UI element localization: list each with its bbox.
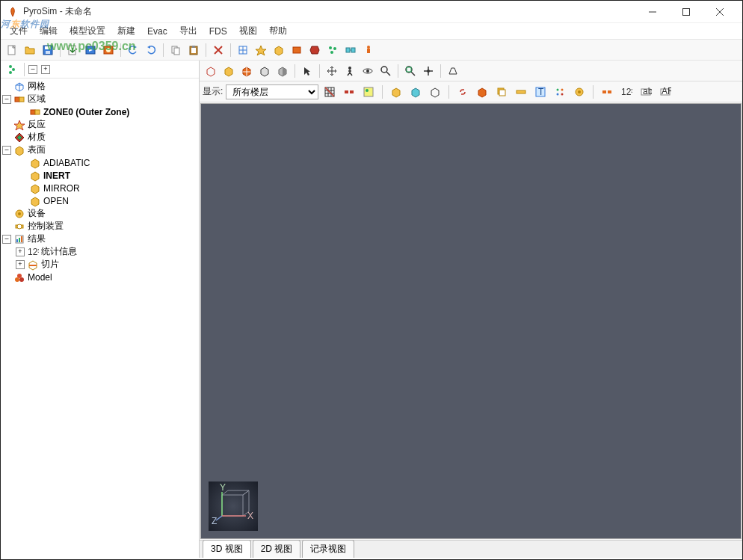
toggle-labels-icon[interactable]: ab	[638, 84, 654, 100]
tree-material[interactable]: 材质	[2, 131, 197, 144]
show-obstructions-icon[interactable]	[388, 84, 404, 100]
save-icon[interactable]	[40, 42, 56, 58]
axis-indicator[interactable]: X Y Z	[209, 481, 258, 531]
new-file-icon[interactable]	[4, 42, 20, 58]
menu-edit[interactable]: 编辑	[34, 23, 64, 39]
open-file-icon[interactable]	[22, 42, 38, 58]
menu-export[interactable]: 导出	[173, 23, 203, 39]
copy-icon[interactable]	[167, 42, 184, 58]
select-tool-icon[interactable]	[299, 63, 315, 79]
devices-display-icon[interactable]	[571, 84, 588, 100]
pan-tool-icon[interactable]	[324, 63, 340, 79]
svg-rect-81	[517, 90, 525, 93]
tree-stats[interactable]: +12³统计信息	[2, 245, 197, 258]
tree-surf-adiabatic[interactable]: ADIABATIC	[2, 156, 197, 169]
tree-reaction[interactable]: 反应	[2, 118, 197, 131]
zoom-tool-icon[interactable]	[377, 63, 394, 79]
collapse-icon[interactable]: –	[2, 235, 11, 244]
surface-tool-icon[interactable]	[271, 42, 287, 58]
view-outline-icon[interactable]	[256, 63, 273, 79]
svg-rect-7	[46, 51, 50, 54]
paste-icon[interactable]	[185, 42, 202, 58]
filter-icon[interactable]	[4, 61, 20, 78]
tree-model[interactable]: Model	[2, 271, 197, 283]
tree-surface[interactable]: –表面	[2, 144, 197, 156]
tree-control[interactable]: 控制装置	[2, 220, 197, 233]
menu-new[interactable]: 新建	[111, 23, 141, 39]
separator	[295, 64, 295, 78]
tab-record-view[interactable]: 记录视图	[302, 540, 354, 558]
grid-toggle-icon[interactable]	[321, 84, 338, 100]
view-tabs: 3D 视图 2D 视图 记录视图	[200, 540, 742, 558]
ar-toggle-icon[interactable]: AR	[657, 84, 673, 100]
menu-view[interactable]: 视图	[233, 23, 263, 39]
tab-2d-view[interactable]: 2D 视图	[253, 540, 301, 558]
tree-zone[interactable]: –区域	[2, 93, 197, 105]
tree-label-reaction: 反应	[28, 118, 46, 131]
device-tool-icon[interactable]	[306, 42, 323, 58]
layers-icon[interactable]	[493, 84, 510, 100]
show-holes-icon[interactable]	[407, 84, 424, 100]
perspective-icon[interactable]	[445, 63, 461, 79]
slab-tool-icon[interactable]	[513, 84, 529, 100]
tree-surf-inert[interactable]: INERT	[2, 169, 197, 182]
material-tool-icon[interactable]	[289, 42, 305, 58]
orbit-tool-icon[interactable]	[360, 63, 376, 79]
snap-toggle-icon[interactable]	[341, 84, 357, 100]
expand-icon[interactable]: +	[16, 247, 25, 256]
run-fds-icon[interactable]	[82, 42, 99, 58]
svg-point-63	[381, 67, 387, 73]
tree-device[interactable]: 设备	[2, 207, 197, 220]
tab-3d-view[interactable]: 3D 视图	[203, 540, 251, 558]
undo-icon[interactable]	[125, 42, 141, 58]
redo-icon[interactable]	[143, 42, 159, 58]
tree-results[interactable]: –结果	[2, 233, 197, 245]
tree-slice[interactable]: +切片	[2, 258, 197, 271]
floor-select[interactable]: 所有楼层	[226, 84, 318, 99]
collapse-icon[interactable]: –	[2, 146, 11, 155]
menu-fds[interactable]: FDS	[203, 25, 233, 38]
view-mesh-icon[interactable]	[238, 63, 255, 79]
evac-tool-icon[interactable]	[360, 42, 377, 58]
svg-rect-6	[45, 46, 51, 49]
zoom-extents-icon[interactable]	[402, 63, 419, 79]
menu-evac[interactable]: Evac	[141, 25, 173, 38]
box-tool-icon[interactable]	[474, 84, 490, 100]
text-tool-icon[interactable]: T	[532, 84, 549, 100]
tree-mesh[interactable]: 网格	[2, 80, 197, 93]
particles-display-icon[interactable]	[552, 84, 568, 100]
tree-zone0[interactable]: ZONE0 (Outer Zone)	[2, 105, 197, 118]
particle-tool-icon[interactable]	[324, 42, 341, 58]
collapse-icon[interactable]: –	[2, 95, 11, 104]
reset-view-icon[interactable]	[420, 63, 437, 79]
tree-surf-mirror[interactable]: MIRROR	[2, 182, 197, 194]
svg-rect-90	[602, 90, 606, 93]
link-icon[interactable]	[454, 84, 471, 100]
expand-all-icon[interactable]: +	[41, 65, 50, 74]
view-solid-icon[interactable]	[221, 63, 237, 79]
svg-rect-77	[364, 87, 373, 96]
maximize-button[interactable]	[669, 1, 703, 22]
minimize-button[interactable]	[635, 1, 669, 22]
hvac-tool-icon[interactable]	[342, 42, 359, 58]
walk-tool-icon[interactable]	[342, 63, 358, 79]
reaction-icon[interactable]	[253, 42, 269, 58]
menu-file[interactable]: 文件	[4, 23, 34, 39]
view-wireframe-icon[interactable]	[203, 63, 219, 79]
tree-surf-open[interactable]: OPEN	[2, 194, 197, 207]
stats-display-icon[interactable]: 12³	[618, 84, 635, 100]
measure-icon[interactable]	[599, 84, 615, 100]
canvas-3d[interactable]: X Y Z	[200, 103, 742, 539]
menu-model-settings[interactable]: 模型设置	[64, 23, 111, 39]
import-fds-icon[interactable]	[64, 42, 81, 58]
menu-help[interactable]: 帮助	[263, 23, 293, 39]
smokeview-icon[interactable]	[100, 42, 117, 58]
background-icon[interactable]	[360, 84, 377, 100]
mesh-icon[interactable]	[235, 42, 251, 58]
show-vents-icon[interactable]	[427, 84, 443, 100]
view-shaded-icon[interactable]	[274, 63, 291, 79]
close-button[interactable]	[703, 1, 736, 22]
collapse-all-icon[interactable]: –	[28, 65, 37, 74]
expand-icon[interactable]: +	[16, 260, 25, 269]
delete-icon[interactable]	[210, 42, 226, 58]
